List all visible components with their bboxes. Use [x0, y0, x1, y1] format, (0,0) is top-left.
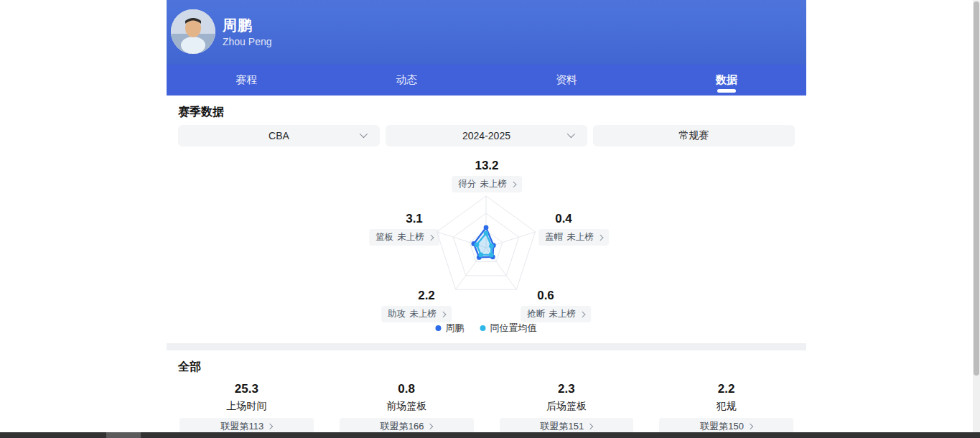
chevron-right-icon [597, 234, 603, 240]
legend-item-position-average[interactable]: 同位置均值 [480, 322, 537, 335]
stat-offensive-rebounds: 0.8 前场篮板 联盟第166 [327, 381, 487, 434]
horizontal-scrollbar[interactable] [0, 432, 980, 438]
steals-rank-link[interactable]: 抢断 未上榜 [521, 306, 591, 322]
stat-label: 得分 [458, 178, 476, 190]
rank-text: 联盟第166 [381, 420, 424, 433]
rank-status: 未上榜 [480, 178, 507, 190]
all-section-title: 全部 [178, 360, 201, 375]
season-section-title: 赛季数据 [178, 105, 224, 120]
stage-dropdown-value: 常规赛 [679, 129, 709, 142]
tab-news[interactable]: 动态 [327, 65, 487, 95]
rank-status: 未上榜 [549, 308, 576, 320]
chevron-down-icon [567, 130, 575, 138]
chevron-right-icon [267, 423, 273, 429]
tab-data[interactable]: 数据 [646, 65, 806, 95]
stat-label: 前场篮板 [327, 399, 487, 414]
rank-text: 联盟第113 [221, 420, 264, 433]
chevron-right-icon [510, 181, 516, 187]
filter-row: CBA 2024-2025 常规赛 [178, 125, 795, 146]
stat-minutes: 25.3 上场时间 联盟第113 [167, 381, 327, 434]
rank-text: 联盟第150 [700, 420, 744, 433]
stat-label: 犯规 [646, 399, 806, 414]
legend-item-player[interactable]: 周鹏 [436, 322, 465, 335]
stat-defensive-rebounds: 2.3 后场篮板 联盟第151 [487, 381, 647, 434]
player-avatar [171, 9, 215, 54]
tab-bar: 赛程 动态 资料 数据 [167, 65, 806, 95]
rank-status: 未上榜 [409, 308, 437, 320]
tab-schedule[interactable]: 赛程 [167, 65, 327, 95]
season-dropdown-value: 2024-2025 [462, 130, 510, 141]
chevron-right-icon [579, 311, 585, 317]
chevron-right-icon [440, 311, 446, 317]
season-dropdown[interactable]: 2024-2025 [386, 125, 587, 146]
stat-fouls: 2.2 犯规 联盟第150 [646, 381, 806, 434]
player-name-en: Zhou Peng [223, 36, 272, 47]
stat-value: 0.8 [327, 381, 487, 398]
player-name: 周鹏 [223, 16, 253, 35]
stage-dropdown[interactable]: 常规赛 [593, 125, 795, 146]
legend-dot-icon [436, 325, 442, 331]
vertical-scrollbar-thumb[interactable] [974, 1, 979, 376]
legend-dot-icon [480, 325, 486, 331]
vertical-scrollbar[interactable] [973, 0, 980, 432]
legend-label: 同位置均值 [490, 322, 537, 335]
section-divider [167, 343, 806, 350]
league-dropdown-value: CBA [269, 130, 289, 141]
chevron-right-icon [427, 423, 433, 429]
stat-label: 助攻 [388, 308, 406, 320]
stat-label: 上场时间 [167, 399, 327, 414]
assists-rank-link[interactable]: 助攻 未上榜 [381, 306, 452, 322]
horizontal-scrollbar-thumb[interactable] [106, 432, 141, 438]
radar-chart [400, 190, 572, 305]
stats-row: 25.3 上场时间 联盟第113 0.8 前场篮板 联盟第166 2.3 后场篮… [167, 381, 806, 434]
chevron-right-icon [587, 423, 593, 429]
stat-label: 抢断 [527, 308, 545, 320]
player-page: 周鹏 Zhou Peng 赛程 动态 资料 数据 赛季数据 CBA 2024-2… [167, 0, 806, 438]
stat-label: 后场篮板 [487, 399, 647, 414]
legend-label: 周鹏 [446, 322, 465, 335]
stat-value: 25.3 [167, 381, 327, 398]
player-header: 周鹏 Zhou Peng [167, 0, 806, 65]
chevron-down-icon [360, 130, 368, 138]
tab-profile[interactable]: 资料 [487, 65, 647, 95]
chevron-right-icon [747, 423, 753, 429]
radar-legend: 周鹏 同位置均值 [436, 322, 537, 335]
stat-value: 2.3 [487, 381, 647, 398]
radar-axis-points: 13.2 得分 未上榜 [452, 159, 522, 192]
stat-label: 篮板 [375, 231, 393, 243]
stat-value: 13.2 [452, 159, 522, 173]
rank-text: 联盟第151 [541, 420, 584, 433]
league-dropdown[interactable]: CBA [178, 125, 380, 146]
stat-value: 2.2 [646, 381, 806, 398]
